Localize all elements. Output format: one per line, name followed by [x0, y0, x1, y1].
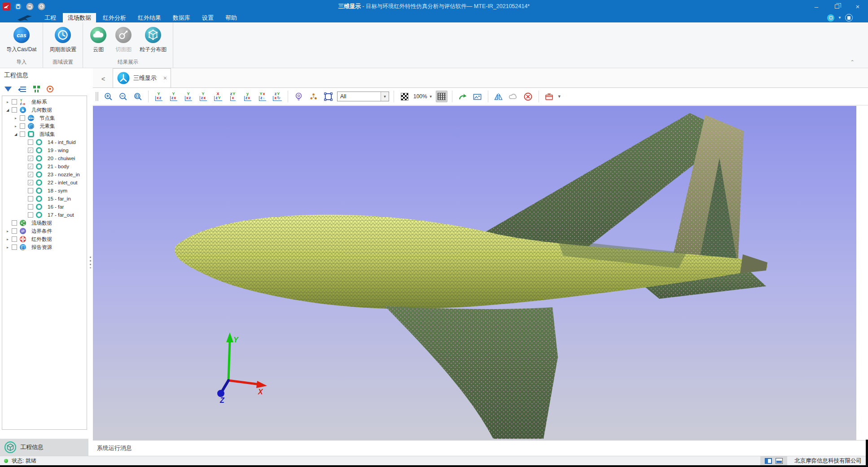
tree-checkbox[interactable]: ✓ — [28, 148, 33, 153]
tree-item[interactable]: ✓21 - body — [2, 162, 87, 170]
tree-item[interactable]: 16 - far — [2, 203, 87, 211]
snapshot-button[interactable] — [472, 91, 483, 102]
splitter-handle[interactable] — [90, 257, 91, 268]
zoom-level-dropdown[interactable]: 100% ▼ — [413, 93, 433, 100]
section-box-button[interactable] — [544, 91, 555, 102]
combo-dropdown-icon[interactable]: ▼ — [381, 92, 389, 101]
chevron-down-icon[interactable]: ▼ — [557, 94, 561, 99]
filter-funnel-icon[interactable] — [4, 87, 12, 92]
tree-checkbox[interactable] — [12, 236, 17, 242]
expand-arrow[interactable]: ▸ — [5, 237, 10, 241]
tree-item[interactable]: ✓20 - chuiwei — [2, 154, 87, 162]
tree-item[interactable]: 流场数据 — [2, 219, 87, 227]
tree-checkbox[interactable] — [28, 212, 33, 218]
group-grid-icon[interactable] — [33, 86, 40, 92]
view-rotate-button[interactable]: zYx↻ — [272, 91, 283, 102]
expand-arrow[interactable]: ▸ — [13, 116, 18, 120]
minimize-button[interactable]: – — [806, 0, 827, 13]
view-left-button[interactable]: Yxz — [183, 91, 194, 102]
tree-item[interactable]: 18 - sym — [2, 187, 87, 195]
ribbon-button[interactable]: 云图 — [86, 25, 111, 54]
project-tree[interactable]: ▸Yzx坐标系◢几何数据▸节点集▸元素集◢面域集14 - int_fluid✓1… — [2, 96, 87, 430]
view-bottom-button[interactable]: zYx — [227, 91, 239, 102]
ribbon-button[interactable]: 粒子分布图 — [136, 25, 170, 54]
menu-item[interactable]: 帮助 — [220, 13, 242, 22]
display-filter-combo[interactable]: All ▼ — [337, 92, 389, 101]
ribbon-collapse-icon[interactable]: ⌃ — [848, 59, 856, 65]
tree-checkbox[interactable] — [28, 188, 33, 193]
undo-button[interactable] — [25, 2, 34, 11]
tree-checkbox[interactable] — [12, 99, 17, 105]
help-book-icon[interactable] — [845, 14, 853, 22]
expand-arrow[interactable]: ▸ — [5, 245, 10, 249]
menu-item[interactable]: 红外结果 — [133, 13, 166, 22]
particle-trace-button[interactable] — [307, 91, 319, 102]
menu-item[interactable]: 数据库 — [168, 13, 195, 22]
ribbon-button[interactable]: 周期面设置 — [46, 25, 80, 54]
expand-arrow[interactable]: ◢ — [13, 132, 18, 136]
layout-left-panel-icon[interactable] — [765, 458, 772, 464]
toolbar-drag-handle[interactable] — [96, 92, 98, 101]
tree-checkbox[interactable] — [20, 115, 25, 121]
tree-item[interactable]: ▸报告资源 — [2, 243, 87, 251]
tree-item[interactable]: 17 - far_out — [2, 211, 87, 219]
chevron-down-icon[interactable]: ▼ — [838, 16, 842, 20]
tree-checkbox[interactable] — [12, 244, 17, 250]
locate-target-icon[interactable] — [47, 86, 53, 92]
tree-checkbox[interactable] — [28, 196, 33, 201]
tree-item[interactable]: ▸红外数据 — [2, 235, 87, 243]
tree-checkbox[interactable] — [12, 228, 17, 234]
expand-arrow[interactable]: ▸ — [5, 100, 10, 104]
tree-checkbox[interactable] — [20, 131, 25, 137]
expand-arrow[interactable]: ◢ — [5, 108, 10, 112]
app-icon[interactable] — [2, 2, 11, 11]
tree-item[interactable]: ◢几何数据 — [2, 106, 87, 114]
tree-item[interactable]: ✓19 - wing — [2, 146, 87, 154]
tab-scroll-left-button[interactable]: < — [96, 72, 110, 86]
menu-item[interactable]: 设置 — [197, 13, 219, 22]
tree-item[interactable]: ▸边界条件 — [2, 227, 87, 235]
tree-checkbox[interactable]: ✓ — [28, 180, 33, 185]
tree-checkbox[interactable] — [12, 220, 17, 226]
export-arrow-button[interactable] — [457, 91, 469, 102]
tree-checkbox[interactable] — [28, 140, 33, 145]
tree-item[interactable]: ▸Yzx坐标系 — [2, 98, 87, 106]
tree-checkbox[interactable]: ✓ — [28, 164, 33, 169]
tree-item[interactable]: ✓22 - inlet_out — [2, 179, 87, 187]
tree-item[interactable]: ▸元素集 — [2, 122, 87, 130]
tree-checkbox[interactable]: ✓ — [28, 172, 33, 177]
tree-item[interactable]: ◢面域集 — [2, 130, 87, 138]
view-iso-button[interactable]: yzx — [242, 91, 254, 102]
layout-bottom-panel-icon[interactable] — [776, 458, 783, 464]
ribbon-button[interactable]: cas导入Cas/Dat — [3, 25, 40, 54]
view-rotate-down-button[interactable]: Yxz↓ — [257, 91, 268, 102]
zoom-in-button[interactable] — [102, 91, 114, 102]
smooth-button[interactable] — [508, 91, 519, 102]
expand-arrow[interactable]: ▸ — [5, 229, 10, 233]
tab-close-icon[interactable]: × — [163, 74, 167, 82]
mirror-button[interactable] — [493, 91, 504, 102]
panel-footer-tab[interactable]: 工程信息 — [0, 439, 88, 456]
theme-icon[interactable] — [827, 14, 834, 22]
tree-item[interactable]: 14 - int_fluid — [2, 138, 87, 146]
menu-item[interactable]: 工程 — [39, 13, 61, 22]
tree-item[interactable]: ▸节点集 — [2, 114, 87, 122]
view-right-button[interactable]: Yzx — [197, 91, 209, 102]
redo-button[interactable] — [37, 2, 46, 11]
close-button[interactable]: × — [847, 0, 868, 13]
view-back-button[interactable]: Yzx — [168, 91, 180, 102]
panel-splitter[interactable] — [88, 68, 93, 456]
expand-arrow[interactable]: ▸ — [13, 124, 18, 128]
tree-checkbox[interactable] — [28, 204, 33, 209]
select-box-button[interactable] — [322, 91, 334, 102]
mesh-toggle-button[interactable] — [436, 91, 447, 102]
menu-item[interactable]: 红外分析 — [98, 13, 131, 22]
save-button[interactable] — [13, 2, 22, 11]
tree-checkbox[interactable] — [12, 107, 17, 113]
tree-item[interactable]: ✓23 - nozzle_in — [2, 170, 87, 179]
tab-3d-view[interactable]: 三维显示 × — [113, 68, 171, 87]
collapse-list-icon[interactable] — [18, 86, 26, 92]
tree-checkbox[interactable]: ✓ — [28, 156, 33, 161]
view-top-button[interactable]: XzY — [212, 91, 224, 102]
view-front-button[interactable]: Yxz — [153, 91, 165, 102]
